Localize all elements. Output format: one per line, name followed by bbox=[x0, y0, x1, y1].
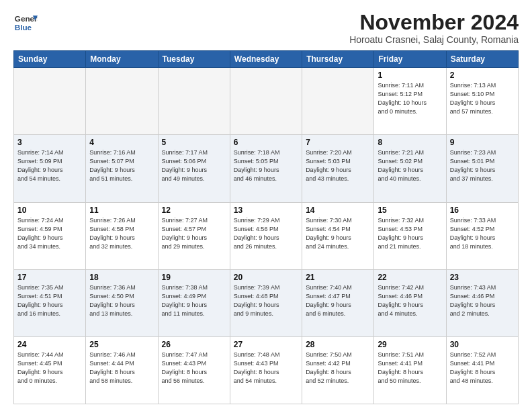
day-number: 3 bbox=[17, 138, 82, 147]
calendar-day-21: 21Sunrise: 7:40 AM Sunset: 4:47 PM Dayli… bbox=[302, 269, 374, 336]
calendar-day-9: 9Sunrise: 7:23 AM Sunset: 5:01 PM Daylig… bbox=[446, 135, 518, 202]
day-number: 6 bbox=[234, 138, 298, 147]
subtitle: Horoatu Crasnei, Salaj County, Romania bbox=[349, 34, 519, 45]
day-info: Sunrise: 7:52 AM Sunset: 4:41 PM Dayligh… bbox=[450, 351, 515, 385]
calendar-table: SundayMondayTuesdayWednesdayThursdayFrid… bbox=[13, 50, 519, 404]
day-info: Sunrise: 7:11 AM Sunset: 5:12 PM Dayligh… bbox=[378, 81, 442, 116]
day-number: 16 bbox=[450, 205, 515, 215]
day-info: Sunrise: 7:32 AM Sunset: 4:53 PM Dayligh… bbox=[378, 216, 442, 251]
svg-text:General: General bbox=[15, 14, 38, 23]
header: General Blue November 2024 Horoatu Crasn… bbox=[13, 11, 519, 45]
calendar-day-2: 2Sunrise: 7:13 AM Sunset: 5:10 PM Daylig… bbox=[446, 68, 518, 135]
day-info: Sunrise: 7:43 AM Sunset: 4:46 PM Dayligh… bbox=[450, 283, 515, 318]
calendar-week-row: 24Sunrise: 7:44 AM Sunset: 4:45 PM Dayli… bbox=[14, 336, 519, 404]
calendar-empty-cell bbox=[158, 68, 230, 135]
day-info: Sunrise: 7:14 AM Sunset: 5:09 PM Dayligh… bbox=[17, 148, 82, 183]
logo-icon: General Blue bbox=[13, 11, 38, 35]
calendar-day-7: 7Sunrise: 7:20 AM Sunset: 5:03 PM Daylig… bbox=[302, 135, 374, 202]
calendar-day-13: 13Sunrise: 7:29 AM Sunset: 4:56 PM Dayli… bbox=[230, 202, 302, 269]
calendar-header-monday: Monday bbox=[86, 51, 158, 68]
day-number: 4 bbox=[89, 138, 154, 147]
day-info: Sunrise: 7:51 AM Sunset: 4:41 PM Dayligh… bbox=[378, 351, 442, 385]
day-number: 12 bbox=[162, 205, 226, 215]
calendar-week-row: 10Sunrise: 7:24 AM Sunset: 4:59 PM Dayli… bbox=[14, 202, 519, 269]
calendar-header-sunday: Sunday bbox=[14, 51, 86, 68]
calendar-day-30: 30Sunrise: 7:52 AM Sunset: 4:41 PM Dayli… bbox=[446, 336, 518, 404]
day-number: 21 bbox=[306, 273, 370, 282]
calendar-empty-cell bbox=[302, 68, 374, 135]
day-number: 29 bbox=[378, 340, 442, 349]
logo: General Blue bbox=[13, 11, 38, 35]
day-info: Sunrise: 7:50 AM Sunset: 4:42 PM Dayligh… bbox=[306, 351, 370, 385]
day-number: 7 bbox=[306, 138, 370, 147]
calendar-day-26: 26Sunrise: 7:47 AM Sunset: 4:43 PM Dayli… bbox=[158, 336, 230, 404]
day-info: Sunrise: 7:23 AM Sunset: 5:01 PM Dayligh… bbox=[450, 148, 515, 183]
day-info: Sunrise: 7:46 AM Sunset: 4:44 PM Dayligh… bbox=[89, 351, 154, 385]
calendar-header-saturday: Saturday bbox=[446, 51, 518, 68]
svg-text:Blue: Blue bbox=[15, 23, 32, 32]
day-number: 15 bbox=[378, 205, 442, 215]
day-number: 2 bbox=[450, 71, 515, 80]
calendar-day-16: 16Sunrise: 7:33 AM Sunset: 4:52 PM Dayli… bbox=[446, 202, 518, 269]
calendar-header-tuesday: Tuesday bbox=[158, 51, 230, 68]
day-info: Sunrise: 7:24 AM Sunset: 4:59 PM Dayligh… bbox=[17, 216, 82, 251]
day-info: Sunrise: 7:21 AM Sunset: 5:02 PM Dayligh… bbox=[378, 148, 442, 183]
day-number: 19 bbox=[162, 273, 226, 282]
calendar-day-25: 25Sunrise: 7:46 AM Sunset: 4:44 PM Dayli… bbox=[86, 336, 158, 404]
calendar-day-27: 27Sunrise: 7:48 AM Sunset: 4:43 PM Dayli… bbox=[230, 336, 302, 404]
calendar-day-23: 23Sunrise: 7:43 AM Sunset: 4:46 PM Dayli… bbox=[446, 269, 518, 336]
day-number: 9 bbox=[450, 138, 515, 147]
day-info: Sunrise: 7:26 AM Sunset: 4:58 PM Dayligh… bbox=[89, 216, 154, 251]
day-number: 17 bbox=[17, 273, 82, 282]
calendar-header-row: SundayMondayTuesdayWednesdayThursdayFrid… bbox=[14, 51, 519, 68]
day-number: 28 bbox=[306, 340, 370, 349]
day-info: Sunrise: 7:42 AM Sunset: 4:46 PM Dayligh… bbox=[378, 283, 442, 318]
day-info: Sunrise: 7:20 AM Sunset: 5:03 PM Dayligh… bbox=[306, 148, 370, 183]
calendar-empty-cell bbox=[14, 68, 86, 135]
calendar-empty-cell bbox=[86, 68, 158, 135]
day-number: 11 bbox=[89, 205, 154, 215]
calendar-day-5: 5Sunrise: 7:17 AM Sunset: 5:06 PM Daylig… bbox=[158, 135, 230, 202]
day-number: 22 bbox=[378, 273, 442, 282]
calendar-day-18: 18Sunrise: 7:36 AM Sunset: 4:50 PM Dayli… bbox=[86, 269, 158, 336]
calendar-day-10: 10Sunrise: 7:24 AM Sunset: 4:59 PM Dayli… bbox=[14, 202, 86, 269]
calendar-day-24: 24Sunrise: 7:44 AM Sunset: 4:45 PM Dayli… bbox=[14, 336, 86, 404]
calendar-header-thursday: Thursday bbox=[302, 51, 374, 68]
calendar-day-22: 22Sunrise: 7:42 AM Sunset: 4:46 PM Dayli… bbox=[374, 269, 446, 336]
calendar-day-4: 4Sunrise: 7:16 AM Sunset: 5:07 PM Daylig… bbox=[86, 135, 158, 202]
calendar-week-row: 1Sunrise: 7:11 AM Sunset: 5:12 PM Daylig… bbox=[14, 68, 519, 135]
day-number: 1 bbox=[378, 71, 442, 80]
calendar-day-15: 15Sunrise: 7:32 AM Sunset: 4:53 PM Dayli… bbox=[374, 202, 446, 269]
page: General Blue November 2024 Horoatu Crasn… bbox=[0, 0, 532, 411]
day-number: 18 bbox=[89, 273, 154, 282]
day-info: Sunrise: 7:47 AM Sunset: 4:43 PM Dayligh… bbox=[162, 351, 226, 385]
day-number: 20 bbox=[234, 273, 298, 282]
calendar-day-14: 14Sunrise: 7:30 AM Sunset: 4:54 PM Dayli… bbox=[302, 202, 374, 269]
calendar-week-row: 17Sunrise: 7:35 AM Sunset: 4:51 PM Dayli… bbox=[14, 269, 519, 336]
calendar-day-17: 17Sunrise: 7:35 AM Sunset: 4:51 PM Dayli… bbox=[14, 269, 86, 336]
day-number: 10 bbox=[17, 205, 82, 215]
title-block: November 2024 Horoatu Crasnei, Salaj Cou… bbox=[349, 11, 519, 45]
day-info: Sunrise: 7:39 AM Sunset: 4:48 PM Dayligh… bbox=[234, 283, 298, 318]
day-number: 13 bbox=[234, 205, 298, 215]
day-info: Sunrise: 7:38 AM Sunset: 4:49 PM Dayligh… bbox=[162, 283, 226, 318]
calendar-day-19: 19Sunrise: 7:38 AM Sunset: 4:49 PM Dayli… bbox=[158, 269, 230, 336]
day-number: 24 bbox=[17, 340, 82, 349]
day-info: Sunrise: 7:44 AM Sunset: 4:45 PM Dayligh… bbox=[17, 351, 82, 385]
day-info: Sunrise: 7:40 AM Sunset: 4:47 PM Dayligh… bbox=[306, 283, 370, 318]
day-number: 26 bbox=[162, 340, 226, 349]
day-info: Sunrise: 7:35 AM Sunset: 4:51 PM Dayligh… bbox=[17, 283, 82, 318]
day-info: Sunrise: 7:13 AM Sunset: 5:10 PM Dayligh… bbox=[450, 81, 515, 116]
day-number: 27 bbox=[234, 340, 298, 349]
day-number: 25 bbox=[89, 340, 154, 349]
main-title: November 2024 bbox=[349, 11, 519, 34]
day-info: Sunrise: 7:33 AM Sunset: 4:52 PM Dayligh… bbox=[450, 216, 515, 251]
calendar-day-1: 1Sunrise: 7:11 AM Sunset: 5:12 PM Daylig… bbox=[374, 68, 446, 135]
calendar-week-row: 3Sunrise: 7:14 AM Sunset: 5:09 PM Daylig… bbox=[14, 135, 519, 202]
day-info: Sunrise: 7:27 AM Sunset: 4:57 PM Dayligh… bbox=[162, 216, 226, 251]
calendar-header-friday: Friday bbox=[374, 51, 446, 68]
day-info: Sunrise: 7:36 AM Sunset: 4:50 PM Dayligh… bbox=[89, 283, 154, 318]
calendar-day-8: 8Sunrise: 7:21 AM Sunset: 5:02 PM Daylig… bbox=[374, 135, 446, 202]
calendar-day-3: 3Sunrise: 7:14 AM Sunset: 5:09 PM Daylig… bbox=[14, 135, 86, 202]
day-number: 23 bbox=[450, 273, 515, 282]
